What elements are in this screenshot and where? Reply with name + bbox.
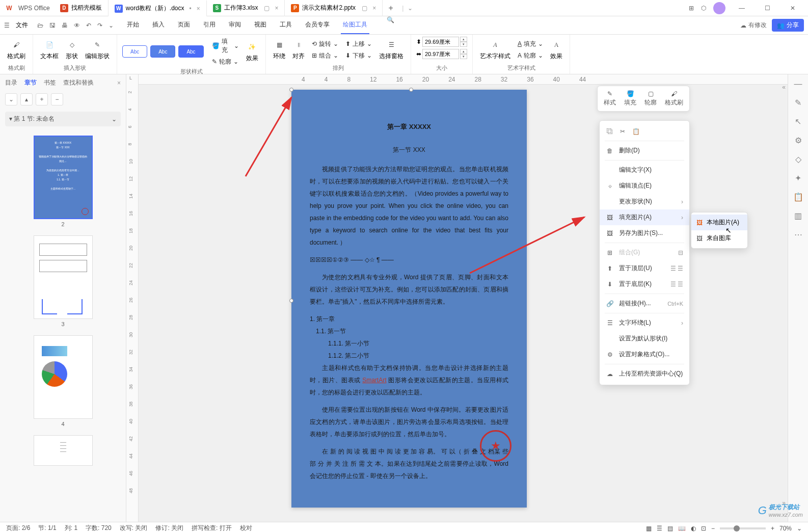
cm-upload[interactable]: ☁上传至稻壳资源中心(Q) xyxy=(600,366,689,382)
canvas-area[interactable]: 4 4 8 12 16 20 24 28 32 36 40 44 第一章 XXX… xyxy=(139,74,788,522)
view-outline-icon[interactable]: ▤ xyxy=(667,525,673,532)
view-read-icon[interactable]: 📖 xyxy=(678,525,686,532)
outline-button[interactable]: ✎轮廓⌄ xyxy=(210,57,241,67)
zoom-value[interactable]: 70% xyxy=(779,525,792,532)
status-track[interactable]: 改写: 关闭 xyxy=(120,524,148,532)
user-avatar[interactable] xyxy=(713,2,725,14)
theme-icon[interactable]: ◐ xyxy=(691,525,696,532)
wrap-button[interactable]: ▦环绕 xyxy=(271,38,287,62)
nav-up-button[interactable]: ▴ xyxy=(20,93,33,105)
redo-icon[interactable]: ↷ xyxy=(97,22,102,29)
add-tab-button[interactable]: + xyxy=(383,4,399,13)
collapse-icon[interactable]: — xyxy=(794,79,802,89)
clipboard-icon[interactable]: 📋 xyxy=(793,192,803,202)
sm-local-image[interactable]: 🖼本地图片(A) xyxy=(691,215,747,230)
move-up-button[interactable]: ⬆上移⌄ xyxy=(343,39,374,49)
cm-save-as-image[interactable]: 🖼另存为图片(S)... xyxy=(600,225,689,241)
ft-brush-button[interactable]: 🖌格式刷 xyxy=(662,89,686,108)
zoom-slider[interactable] xyxy=(720,527,766,529)
tab-window-icon[interactable]: ▢ xyxy=(362,5,367,12)
cm-edit-points[interactable]: ⟐编辑顶点(E) xyxy=(600,178,689,194)
sparkle-icon[interactable]: ✦ xyxy=(795,173,801,183)
nav-tab-chapters[interactable]: 章节 xyxy=(24,78,37,87)
status-page[interactable]: 页面: 2/6 xyxy=(6,524,30,532)
rotate-button[interactable]: ⟲旋转⌄ xyxy=(310,39,340,49)
align-button[interactable]: ⫴对齐 xyxy=(290,38,307,62)
cm-change-shape[interactable]: 更改形状(N)› xyxy=(600,194,689,209)
wordart-outline-button[interactable]: A轮廓⌄ xyxy=(516,50,545,61)
menu-tab-start[interactable]: 开始 xyxy=(125,16,141,34)
move-down-button[interactable]: ⬇下移⌄ xyxy=(343,50,374,61)
settings-icon[interactable]: ⚙ xyxy=(795,136,802,145)
fill-button[interactable]: 🪣填充⌄ xyxy=(210,36,241,56)
close-icon[interactable]: × xyxy=(197,5,200,12)
nav-add-button[interactable]: + xyxy=(36,93,48,105)
paste-icon[interactable]: 📋 xyxy=(632,128,640,135)
cube-icon[interactable]: ⬡ xyxy=(701,5,706,12)
status-spell[interactable]: 拼写检查: 打开 xyxy=(192,524,232,532)
cm-delete[interactable]: 🗑删除(D) xyxy=(600,143,689,158)
menu-tab-draw[interactable]: 绘图工具 xyxy=(341,16,369,34)
cm-bring-front[interactable]: ⬆置于顶层(U)☰ ☰ xyxy=(600,260,689,276)
pen-icon[interactable]: ✎ xyxy=(795,98,801,108)
width-input[interactable]: 20.97厘米 xyxy=(422,49,459,59)
thumbnail-5[interactable]: ━━━━━━━━━━━━━━━━ xyxy=(5,435,121,466)
document-page[interactable]: 第一章 XXXXX 第一节 XXX 视频提供了功能强大的方法帮助您证明您的观点。… xyxy=(291,90,527,508)
shape-style-1[interactable]: Abc xyxy=(122,45,147,58)
cm-send-back[interactable]: ⬇置于底层(K)☰ ☰ xyxy=(600,276,689,292)
select-icon[interactable]: ↖ xyxy=(795,117,801,126)
ft-outline-button[interactable]: ▢轮廓 xyxy=(641,89,660,108)
close-panel-icon[interactable]: × xyxy=(117,79,121,87)
nav-tab-find[interactable]: 查找和替换 xyxy=(63,78,94,87)
cm-text-wrap[interactable]: ☰文字环绕(L)› xyxy=(600,315,689,331)
resize-handle[interactable] xyxy=(409,88,413,92)
shapes-icon[interactable]: ◇ xyxy=(795,154,801,164)
zoom-thumb[interactable] xyxy=(734,525,740,531)
status-section[interactable]: 节: 1/1 xyxy=(38,524,56,532)
more-icon[interactable]: ⋯ xyxy=(794,230,802,240)
status-proof[interactable]: 校对 xyxy=(240,524,252,532)
shape-button[interactable]: ◇形状 xyxy=(64,38,80,62)
group-button[interactable]: ⊞组合⌄ xyxy=(310,50,340,61)
zoom-out-icon[interactable]: − xyxy=(711,525,715,532)
print-icon[interactable]: 🖶 xyxy=(62,22,68,29)
ft-style-button[interactable]: ✎样式 xyxy=(601,89,619,108)
menu-icon[interactable]: ☰ xyxy=(4,22,10,29)
cm-hyperlink[interactable]: 🔗超链接(H)...Ctrl+K xyxy=(600,296,689,311)
preview-icon[interactable]: 👁 xyxy=(74,22,80,29)
maximize-button[interactable]: ☐ xyxy=(758,0,776,16)
ft-fill-button[interactable]: 🪣填充 xyxy=(621,89,639,108)
menu-tab-page[interactable]: 页面 xyxy=(176,16,192,34)
search-icon[interactable]: 🔍 xyxy=(387,16,394,34)
resize-handle[interactable] xyxy=(289,299,293,303)
undo-icon[interactable]: ↶ xyxy=(86,22,91,29)
wordart-effect-button[interactable]: A效果 xyxy=(548,38,564,62)
cm-edit-text[interactable]: 编辑文字(X) xyxy=(600,162,689,178)
menu-tab-view[interactable]: 视图 xyxy=(252,16,268,34)
close-icon[interactable]: × xyxy=(275,5,278,12)
close-icon[interactable]: × xyxy=(372,5,376,12)
wordart-style-button[interactable]: A艺术字样式 xyxy=(478,38,513,62)
section-header[interactable]: ▾ 第 1 节: 未命名 ⌄ xyxy=(5,112,121,126)
menu-tab-review[interactable]: 审阅 xyxy=(227,16,243,34)
menu-tab-member[interactable]: 会员专享 xyxy=(303,16,332,34)
thumbnail-4[interactable]: 4 xyxy=(5,335,121,427)
thumbnail-3[interactable]: 3 xyxy=(5,235,121,327)
grid-icon[interactable]: ⊞ xyxy=(689,5,694,12)
status-column[interactable]: 列: 1 xyxy=(65,524,77,532)
fit-icon[interactable]: ⊡ xyxy=(701,525,706,532)
close-icon[interactable]: • xyxy=(190,5,192,12)
tab-templates[interactable]: D 找稻壳模板 xyxy=(54,0,109,16)
tab-dropdown-icon[interactable]: ⌄ xyxy=(408,5,413,12)
wordart-fill-button[interactable]: A填充⌄ xyxy=(516,39,545,49)
status-words[interactable]: 字数: 720 xyxy=(86,524,112,532)
nav-remove-button[interactable]: − xyxy=(51,93,63,105)
file-menu[interactable]: 文件 xyxy=(16,21,28,30)
effect-button[interactable]: ✨效果 xyxy=(244,40,260,64)
zoom-in-icon[interactable]: + xyxy=(771,525,774,532)
nav-prev-button[interactable]: ⌄ xyxy=(5,93,17,105)
open-icon[interactable]: 🗁 xyxy=(37,22,43,29)
modified-indicator[interactable]: ☁有修改 xyxy=(740,21,767,30)
thumbnail-2[interactable]: 第一章 XXXXX第一节 XXX视频提供了功能强大的方法帮助您证明您的观点...… xyxy=(5,136,121,227)
scroll-up-icon[interactable]: « xyxy=(782,84,786,91)
